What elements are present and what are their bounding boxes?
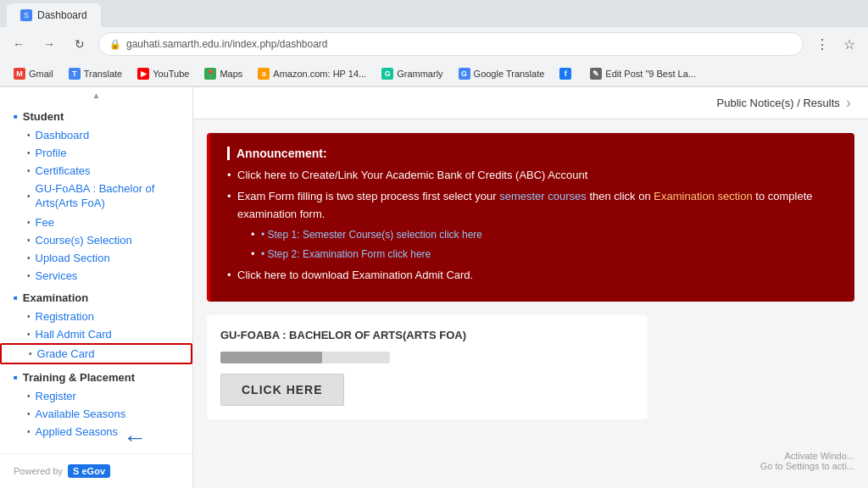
announcement-box: Announcement: Click here to Create/Link … <box>207 133 854 302</box>
semester-courses-link[interactable]: semester courses <box>499 190 587 202</box>
bookmarks-bar: M Gmail T Translate ▶ YouTube 📍 Maps a A… <box>0 61 868 86</box>
course-card: GU-FOABA : BACHELOR OF ARTS(ARTS FOA) CL… <box>207 315 648 419</box>
refresh-button[interactable]: ↻ <box>68 32 92 56</box>
public-notice-label: Public Notice(s) / Results <box>717 97 840 109</box>
content-header: Public Notice(s) / Results › <box>193 87 868 119</box>
browser-chrome: S Dashboard ← → ↻ 🔒 gauhati.samarth.edu.… <box>0 0 868 87</box>
gmail-icon: M <box>14 68 25 80</box>
progress-bar <box>220 352 390 363</box>
announcement-title: Announcement: <box>227 147 837 160</box>
sidebar-item-hall-admit[interactable]: Hall Admit Card <box>0 325 192 343</box>
examination-section-link[interactable]: Examination section <box>654 190 752 202</box>
sidebar-item-courses[interactable]: Course(s) Selection <box>0 231 192 249</box>
maps-icon: 📍 <box>204 68 216 80</box>
sidebar-item-grade-card[interactable]: Grade Card <box>0 343 192 364</box>
sidebar-section-examination: Examination <box>0 285 192 308</box>
egov-badge: S eGov <box>68 464 110 478</box>
back-button[interactable]: ← <box>7 32 31 56</box>
bookmark-gmail[interactable]: M Gmail <box>7 66 60 81</box>
tab-favicon: S <box>20 9 32 21</box>
sidebar-item-fee[interactable]: Fee <box>0 214 192 231</box>
address-bar[interactable]: 🔒 gauhati.samarth.edu.in/index.php/dashb… <box>98 32 804 56</box>
bookmark-gtranslate[interactable]: G Google Translate <box>452 66 552 81</box>
sidebar: ▲ Student Dashboard Profile Certificates… <box>0 87 193 488</box>
sidebar-item-profile[interactable]: Profile <box>0 144 192 162</box>
sub-steps: • Step 1: Semester Course(s) selection c… <box>237 226 837 263</box>
progress-fill <box>220 352 322 363</box>
step-1: • Step 1: Semester Course(s) selection c… <box>251 226 837 244</box>
bookmark-translate[interactable]: T Translate <box>62 66 129 81</box>
amazon-icon: a <box>258 68 270 80</box>
sidebar-item-upload[interactable]: Upload Section <box>0 249 192 267</box>
announcement-item-1: Click here to Create/Link Your Academic … <box>227 167 837 185</box>
sidebar-item-registration[interactable]: Registration <box>0 308 192 325</box>
tab-title: Dashboard <box>37 9 87 21</box>
sidebar-item-applied-seasons[interactable]: Applied Seasons <box>0 423 192 441</box>
sidebar-section-training: Training & Placement <box>0 364 192 387</box>
powered-by-label: Powered by <box>14 466 63 476</box>
sidebar-item-services[interactable]: Services <box>0 267 192 285</box>
bookmark-facebook[interactable]: f <box>553 66 581 81</box>
bookmark-grammarly[interactable]: G Grammarly <box>375 66 449 81</box>
youtube-label: YouTube <box>153 69 189 79</box>
sidebar-section-student: Student <box>0 103 192 126</box>
step2-link[interactable]: • Step 2: Examination Form click here <box>261 248 431 260</box>
sidebar-footer: Powered by S eGov <box>0 453 192 488</box>
forward-button[interactable]: → <box>37 32 61 56</box>
announcement-item-3: Click here to download Examination Admit… <box>227 267 837 285</box>
youtube-icon: ▶ <box>137 68 149 80</box>
announcement-item-2: Exam Form filling is two step process fi… <box>227 188 837 263</box>
course-title: GU-FOABA : BACHELOR OF ARTS(ARTS FOA) <box>220 329 634 341</box>
notice-nav-icon[interactable]: › <box>846 94 851 112</box>
content-area: Public Notice(s) / Results › Announcemen… <box>193 87 868 488</box>
sidebar-item-gufoaba[interactable]: GU-FoABA : Bachelor of Arts(Arts FoA) <box>0 180 192 214</box>
active-tab[interactable]: S Dashboard <box>7 3 101 27</box>
grammarly-icon: G <box>381 68 393 80</box>
bookmark-amazon[interactable]: a Amazon.com: HP 14... <box>251 66 373 81</box>
announcement-list: Click here to Create/Link Your Academic … <box>227 167 837 285</box>
bookmark-maps[interactable]: 📍 Maps <box>198 66 249 81</box>
scroll-up-indicator: ▲ <box>0 87 192 103</box>
translate-icon: T <box>69 68 81 80</box>
gtranslate-icon: G <box>459 68 470 80</box>
extensions-button[interactable]: ⋮ <box>810 32 834 56</box>
star-button[interactable]: ☆ <box>837 32 861 56</box>
sidebar-item-available-seasons[interactable]: Available Seasons <box>0 405 192 423</box>
address-text: gauhati.samarth.edu.in/index.php/dashboa… <box>126 38 328 50</box>
step1-link[interactable]: • Step 1: Semester Course(s) selection c… <box>261 229 482 241</box>
browser-tabs: S Dashboard <box>0 0 868 27</box>
bookmark-edit[interactable]: ✎ Edit Post "9 Best La... <box>583 66 703 81</box>
browser-toolbar: ← → ↻ 🔒 gauhati.samarth.edu.in/index.php… <box>0 27 868 61</box>
facebook-icon: f <box>559 68 571 80</box>
sidebar-item-dashboard[interactable]: Dashboard <box>0 126 192 144</box>
edit-icon: ✎ <box>590 68 602 80</box>
sidebar-item-register[interactable]: Register <box>0 387 192 405</box>
bookmark-youtube[interactable]: ▶ YouTube <box>131 66 196 81</box>
sidebar-item-certificates[interactable]: Certificates <box>0 162 192 180</box>
browser-actions: ⋮ ☆ <box>810 32 861 56</box>
grade-card-arrow: ← <box>123 424 147 452</box>
main-layout: ▲ Student Dashboard Profile Certificates… <box>0 87 868 488</box>
step-2: • Step 2: Examination Form click here <box>251 246 837 263</box>
click-here-button[interactable]: CLICK HERE <box>220 374 344 406</box>
